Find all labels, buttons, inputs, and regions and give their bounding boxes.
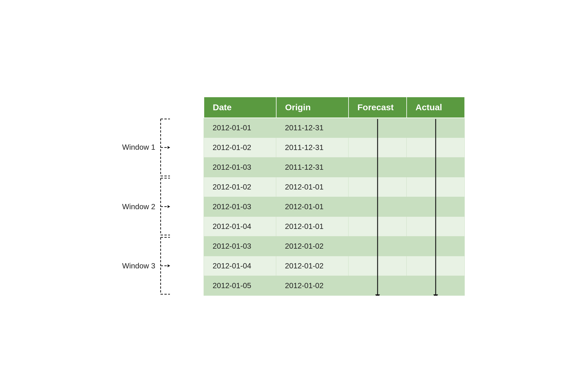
window-label-2: Window 2 [122, 202, 155, 211]
svg-marker-9 [168, 205, 170, 208]
window-group-3: Window 3 [122, 236, 204, 295]
cell-actual [407, 118, 465, 138]
cell-actual [407, 157, 465, 177]
cell-actual [407, 138, 465, 157]
cell-actual [407, 177, 465, 197]
cell-forecast [349, 177, 407, 197]
cell-forecast [349, 256, 407, 276]
cell-date: 2012-01-05 [204, 276, 276, 295]
window-label-3: Window 3 [122, 261, 155, 270]
cell-date: 2012-01-04 [204, 216, 276, 236]
header-date: Date [204, 97, 276, 118]
cell-forecast [349, 216, 407, 236]
window-label-1: Window 1 [122, 143, 155, 152]
cell-actual [407, 197, 465, 216]
cell-date: 2012-01-03 [204, 197, 276, 216]
cell-forecast [349, 118, 407, 138]
cell-actual [407, 256, 465, 276]
cell-origin: 2011-12-31 [276, 138, 349, 157]
cell-date: 2012-01-03 [204, 236, 276, 256]
table-row: 2012-01-052012-01-02 [204, 276, 465, 295]
window-group-1: Window 1 [122, 118, 204, 177]
bracket-svg-3 [158, 236, 172, 295]
table-row: 2012-01-032011-12-31 [204, 157, 465, 177]
table-wrapper: Date Origin Forecast Actual 2012-01-0120… [204, 97, 465, 296]
cell-origin: 2011-12-31 [276, 157, 349, 177]
cell-date: 2012-01-03 [204, 157, 276, 177]
cell-forecast [349, 276, 407, 295]
cell-actual [407, 236, 465, 256]
table-row: 2012-01-042012-01-02 [204, 256, 465, 276]
svg-marker-4 [168, 146, 170, 149]
cell-date: 2012-01-02 [204, 138, 276, 157]
page-container: Window 1Window 2Window 3 Date Origin For… [122, 97, 465, 296]
bracket-svg-2 [158, 177, 172, 236]
cell-origin: 2012-01-02 [276, 256, 349, 276]
left-panel: Window 1Window 2Window 3 [122, 97, 204, 137]
table-row: 2012-01-022011-12-31 [204, 138, 465, 157]
bracket-svg-1 [158, 118, 172, 177]
cell-forecast [349, 138, 407, 157]
cell-origin: 2012-01-01 [276, 177, 349, 197]
table-row: 2012-01-032012-01-02 [204, 236, 465, 256]
window-group-2: Window 2 [122, 177, 204, 236]
table-row: 2012-01-012011-12-31 [204, 118, 465, 138]
header-origin: Origin [276, 97, 349, 118]
cell-date: 2012-01-04 [204, 256, 276, 276]
svg-marker-14 [168, 264, 170, 267]
cell-actual [407, 216, 465, 236]
table-row: 2012-01-042012-01-01 [204, 216, 465, 236]
cell-forecast [349, 197, 407, 216]
cell-origin: 2012-01-02 [276, 236, 349, 256]
cell-origin: 2012-01-01 [276, 216, 349, 236]
cell-origin: 2012-01-02 [276, 276, 349, 295]
data-table: Date Origin Forecast Actual 2012-01-0120… [204, 97, 465, 296]
cell-forecast [349, 236, 407, 256]
cell-date: 2012-01-01 [204, 118, 276, 138]
cell-origin: 2011-12-31 [276, 118, 349, 138]
header-forecast: Forecast [349, 97, 407, 118]
table-row: 2012-01-032012-01-01 [204, 197, 465, 216]
header-actual: Actual [407, 97, 465, 118]
cell-date: 2012-01-02 [204, 177, 276, 197]
cell-origin: 2012-01-01 [276, 197, 349, 216]
table-row: 2012-01-022012-01-01 [204, 177, 465, 197]
cell-actual [407, 276, 465, 295]
cell-forecast [349, 157, 407, 177]
